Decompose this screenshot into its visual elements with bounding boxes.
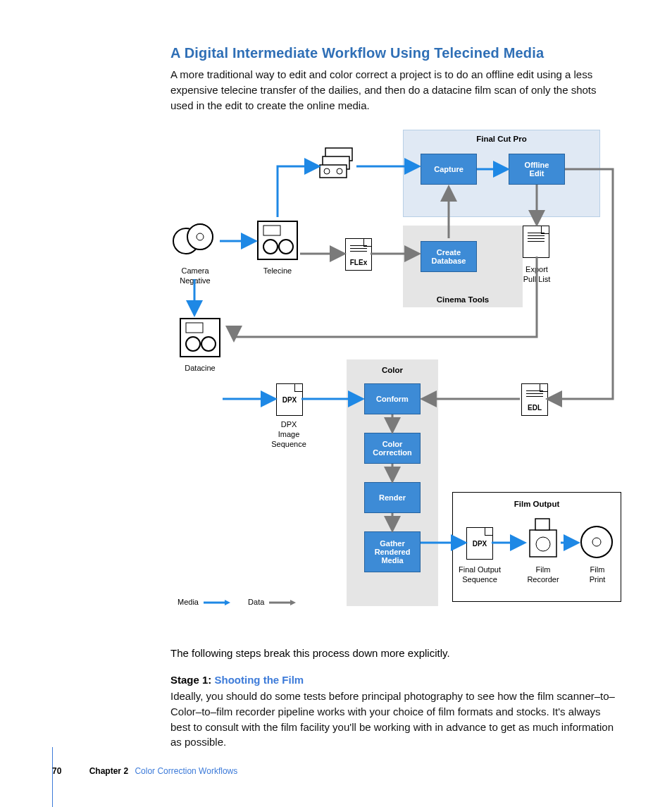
label-telecine: Telecine (255, 266, 300, 276)
svg-marker-24 (290, 600, 296, 605)
film-recorder-icon (525, 517, 561, 560)
node-gather-rendered: GatherRenderedMedia (364, 531, 421, 572)
datacine-icon (178, 316, 223, 359)
stage-body: Ideally, you should do some tests before… (170, 689, 621, 750)
label-film-recorder: FilmRecorder (518, 565, 568, 585)
file-dpx: DPX (276, 383, 303, 416)
node-create-database: CreateDatabase (421, 241, 477, 272)
section-heading: A Digital Intermediate Workflow Using Te… (170, 45, 621, 61)
node-conform: Conform (364, 383, 421, 414)
file-edl: EDL (521, 383, 548, 416)
node-offline-edit: OfflineEdit (509, 154, 565, 185)
chapter-label: Chapter 2 (89, 766, 128, 776)
page-number: 70 (52, 766, 61, 776)
svg-marker-22 (225, 600, 230, 605)
telecine-icon (255, 218, 300, 262)
intro-paragraph: A more traditional way to edit and color… (170, 67, 621, 113)
chapter-title: Color Correction Workflows (135, 766, 237, 776)
svg-rect-16 (530, 530, 556, 557)
node-capture: Capture (421, 154, 477, 185)
label-final-output-seq: Final OutputSequence (454, 565, 506, 585)
group-title-film: Film Output (452, 499, 621, 509)
node-render: Render (364, 482, 421, 513)
camera-negative-icon (170, 221, 220, 261)
legend: Media Data (178, 598, 297, 606)
film-print-icon (579, 524, 614, 560)
label-datacine: Datacine (179, 364, 221, 374)
legend-data-label: Data (248, 598, 264, 606)
label-camera-negative: CameraNegative (169, 266, 221, 286)
label-export-pull: ExportPull List (516, 265, 558, 285)
workflow-diagram: Final Cut Pro Cinema Tools Color Film Ou… (170, 125, 621, 633)
node-color-correction: ColorCorrection (364, 433, 421, 464)
followup-paragraph: The following steps break this process d… (170, 646, 621, 661)
svg-rect-17 (535, 519, 549, 530)
file-final-dpx: DPX (466, 527, 493, 560)
stage-heading: Stage 1: Shooting the Film (170, 674, 621, 686)
tape-stack-icon (318, 147, 356, 185)
file-flex: FLEx (345, 238, 372, 271)
legend-media-label: Media (178, 598, 199, 606)
stage-prefix: Stage 1: (170, 674, 215, 686)
group-title-fcp: Final Cut Pro (403, 134, 600, 144)
label-film-print: FilmPrint (576, 565, 618, 585)
group-title-ct: Cinema Tools (403, 295, 523, 304)
file-export-pull (523, 226, 549, 258)
group-title-color: Color (347, 365, 438, 375)
label-dpx-sequence: DPXImageSequence (266, 420, 311, 449)
page-footer: 70 Chapter 2 Color Correction Workflows (52, 766, 237, 776)
stage-name: Shooting the Film (215, 674, 304, 686)
